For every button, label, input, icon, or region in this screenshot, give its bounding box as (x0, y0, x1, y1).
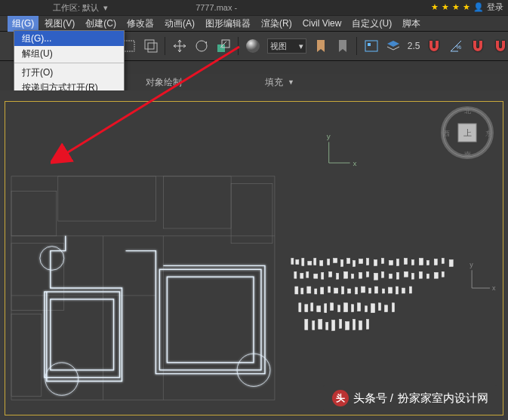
dd-group[interactable]: 组(G)... (14, 31, 124, 46)
svg-rect-30 (302, 259, 304, 266)
layers-icon[interactable] (386, 38, 402, 54)
ribbon-label-fill[interactable]: 填充 (265, 76, 283, 89)
svg-rect-1 (145, 40, 154, 49)
menu-grapheditor[interactable]: 图形编辑器 (201, 16, 255, 32)
svg-rect-47 (419, 259, 423, 265)
svg-text:北: 北 (464, 107, 471, 115)
menu-create[interactable]: 创建(C) (81, 16, 121, 32)
svg-rect-61 (359, 272, 362, 278)
watermark-logo: 头 (332, 390, 349, 406)
select-filter-icon[interactable] (363, 38, 379, 54)
svg-rect-56 (322, 272, 324, 279)
svg-rect-83 (362, 287, 365, 293)
menu-customize[interactable]: 自定义(U) (347, 16, 396, 32)
svg-rect-52 (294, 271, 297, 278)
svg-rect-110 (332, 320, 335, 331)
svg-rect-13 (163, 176, 231, 228)
svg-rect-87 (388, 287, 392, 293)
svg-rect-98 (344, 303, 348, 312)
watermark: 头 头条号 / 扮家家室内设计网 (323, 385, 497, 411)
snap3-toggle[interactable] (492, 38, 508, 54)
svg-rect-93 (311, 303, 313, 311)
svg-rect-14 (11, 244, 64, 311)
svg-rect-105 (392, 303, 394, 312)
svg-rect-84 (369, 288, 371, 293)
snap2-toggle[interactable] (470, 38, 486, 54)
svg-text:南: 南 (464, 151, 471, 158)
svg-rect-114 (359, 321, 362, 330)
svg-point-6 (246, 39, 260, 53)
svg-rect-68 (411, 273, 414, 279)
chevron-down-icon[interactable]: ▼ (288, 78, 294, 86)
svg-rect-53 (300, 273, 303, 278)
bookmark-icon[interactable] (312, 38, 328, 54)
viewcube[interactable]: 上 北 南 东 西 (440, 106, 494, 160)
svg-text:西: 西 (443, 130, 450, 137)
svg-rect-37 (347, 259, 350, 264)
svg-rect-112 (346, 321, 349, 330)
svg-rect-42 (381, 259, 383, 264)
svg-rect-58 (337, 273, 339, 279)
svg-rect-55 (314, 274, 318, 278)
svg-rect-43 (389, 260, 393, 265)
svg-rect-39 (359, 259, 363, 263)
menu-civilview[interactable]: Civil View (298, 17, 346, 30)
svg-rect-45 (404, 259, 407, 265)
select-rect2-icon[interactable] (143, 38, 159, 54)
move-icon[interactable] (171, 38, 187, 54)
svg-rect-49 (434, 259, 437, 265)
svg-rect-7 (365, 41, 377, 51)
axis-x-label: x (353, 159, 357, 167)
svg-rect-63 (374, 273, 378, 280)
dd-ungroup[interactable]: 解组(U) (14, 46, 124, 61)
snap-toggle[interactable] (426, 38, 442, 54)
rotate-icon[interactable] (193, 38, 209, 54)
svg-rect-0 (124, 41, 134, 51)
svg-rect-99 (352, 305, 354, 312)
menu-anim[interactable]: 动画(A) (160, 16, 199, 32)
svg-point-25 (45, 363, 79, 395)
svg-rect-85 (375, 287, 378, 293)
svg-rect-12 (58, 176, 156, 221)
menu-group[interactable]: 组(G) (8, 16, 38, 32)
menu-view[interactable]: 视图(V) (40, 16, 79, 32)
dd-open[interactable]: 打开(O) (14, 65, 124, 80)
svg-rect-109 (326, 322, 328, 330)
menu-bar: 组(G) 视图(V) 创建(C) 修改器 动画(A) 图形编辑器 渲染(R) C… (0, 16, 508, 32)
svg-rect-100 (358, 303, 361, 311)
svg-rect-57 (329, 271, 332, 277)
menu-modifier[interactable]: 修改器 (122, 16, 159, 32)
ref-coord-combo[interactable]: 视图▾ (267, 38, 306, 54)
viewport[interactable]: y x y x 上 北 (0, 90, 508, 420)
menu-script[interactable]: 脚本 (398, 16, 425, 32)
svg-rect-51 (449, 259, 453, 266)
svg-rect-96 (331, 303, 334, 311)
svg-rect-71 (434, 272, 438, 278)
svg-rect-24 (167, 277, 254, 363)
user-icon[interactable]: 👤 (473, 2, 484, 12)
sphere-icon[interactable] (245, 38, 261, 54)
svg-rect-60 (352, 274, 354, 278)
svg-rect-62 (367, 271, 369, 277)
svg-rect-36 (341, 259, 343, 266)
scale-icon[interactable] (216, 38, 232, 54)
svg-rect-31 (308, 261, 312, 265)
menu-render[interactable]: 渲染(R) (257, 16, 297, 32)
angle-snap-icon[interactable]: % (448, 38, 464, 54)
svg-rect-80 (342, 287, 344, 294)
svg-rect-102 (371, 304, 375, 313)
svg-text:东: 东 (485, 130, 492, 137)
svg-rect-79 (334, 288, 338, 293)
axis-y-label: y (327, 132, 331, 140)
bookmark2-icon[interactable] (334, 38, 350, 54)
svg-text:x: x (492, 284, 496, 292)
ribbon-label-objdraw[interactable]: 对象绘制 (146, 76, 182, 89)
star-icon: ★ (463, 2, 470, 12)
angle-value: 2.5 (408, 41, 420, 51)
svg-rect-75 (307, 287, 311, 293)
svg-rect-28 (291, 259, 294, 265)
dropdown-icon[interactable]: ▾ (103, 3, 108, 13)
login-link[interactable]: 登录 (487, 2, 503, 13)
svg-rect-81 (348, 289, 351, 293)
svg-rect-88 (396, 287, 398, 294)
